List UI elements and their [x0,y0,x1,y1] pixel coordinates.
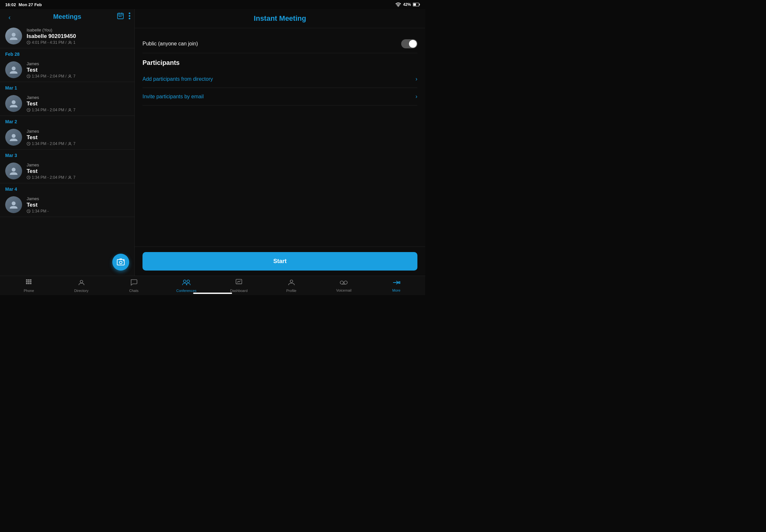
add-from-directory-label: Add participants from directory [142,76,213,82]
meeting-meta: 4:01 PM - 4:31 PM / 1 [27,40,129,45]
panel-title: Instant Meeting [254,14,306,22]
meeting-meta: 1:34 PM - 2:04 PM / 7 [27,141,129,146]
phone-icon [25,279,32,288]
meeting-organizer: James [27,196,129,201]
meeting-item[interactable]: James Test 1:34 PM - 2:04 PM / 7 [0,58,134,82]
meeting-info: Isabelle (You) Isabelle 902019450 4:01 P… [27,28,129,45]
meeting-item[interactable]: James Test 1:34 PM - [0,193,134,217]
chevron-right-icon: › [416,76,418,82]
meeting-info: James Test 1:34 PM - 2:04 PM / 7 [27,61,129,79]
add-from-directory-row[interactable]: Add participants from directory › [142,70,418,88]
meeting-organizer: James [27,95,129,100]
tab-voicemail[interactable]: Voicemail [318,277,370,294]
svg-point-16 [12,67,16,70]
profile-label: Profile [286,289,296,293]
tab-profile[interactable]: Profile [265,277,318,295]
right-panel: Instant Meeting Public (anyone can join)… [135,9,425,276]
svg-rect-8 [119,16,120,17]
meeting-item[interactable]: Isabelle (You) Isabelle 902019450 4:01 P… [0,24,134,48]
tab-conferences[interactable]: Conferences [160,277,213,295]
meeting-title: Test [27,168,129,175]
avatar [5,196,22,213]
meeting-title: Isabelle 902019450 [27,33,129,40]
svg-point-24 [69,142,70,144]
toggle-knob [409,40,417,48]
voicemail-label: Voicemail [336,288,351,292]
meeting-title: Test [27,67,129,73]
svg-point-12 [129,18,130,19]
svg-rect-32 [119,259,122,260]
more-dots-icon[interactable] [128,12,130,21]
meeting-title: Test [27,134,129,141]
svg-point-25 [12,168,16,172]
tab-more[interactable]: More [370,277,423,294]
tab-phone[interactable]: Phone [3,277,55,295]
date-label: Mar 1 [0,82,134,92]
meeting-info: James Test 1:34 PM - 2:04 PM / 7 [27,95,129,112]
svg-point-27 [69,176,70,177]
date-display: Mon 27 Feb [18,2,42,7]
svg-point-10 [129,13,130,14]
start-button[interactable]: Start [142,252,418,271]
meetings-title: Meetings [53,13,81,20]
public-row: Public (anyone can join) [142,35,418,53]
battery-display: 42% [403,2,411,7]
start-button-area: Start [135,247,425,276]
meeting-info: James Test 1:34 PM - 2:04 PM / 7 [27,129,129,146]
meeting-organizer: James [27,61,129,66]
svg-rect-37 [30,279,31,281]
chats-label: Chats [129,289,139,293]
tab-directory[interactable]: Directory [55,277,108,295]
date-label: Mar 2 [0,116,134,126]
date-label: Mar 3 [0,150,134,159]
svg-point-15 [69,41,70,42]
meeting-info: James Test 1:34 PM - 2:04 PM / 7 [27,163,129,180]
svg-point-28 [12,201,16,205]
date-label: Feb 28 [0,48,134,58]
tab-dashboard[interactable]: Dashboard [213,277,265,295]
phone-label: Phone [24,289,34,293]
more-label: More [393,288,401,292]
svg-point-11 [129,15,130,17]
svg-rect-35 [26,279,28,281]
svg-point-50 [340,281,343,284]
svg-point-31 [119,261,122,264]
svg-point-51 [344,281,347,284]
meeting-title: Test [27,202,129,208]
chevron-right-icon: › [416,93,418,100]
svg-point-44 [80,280,83,283]
svg-point-0 [398,6,399,7]
meeting-organizer: James [27,163,129,167]
more-icon [392,279,401,287]
wifi-icon [395,2,401,7]
meeting-meta: 1:34 PM - [27,209,129,213]
left-panel: Meetings [0,9,135,276]
chats-icon [130,279,137,288]
svg-rect-38 [26,281,28,283]
status-bar: 16:02 Mon 27 Feb 42% [0,0,425,9]
svg-point-18 [69,75,70,76]
panel-header: Instant Meeting [135,9,425,28]
avatar [5,163,22,179]
back-button[interactable]: ‹ [8,14,11,21]
svg-rect-36 [28,279,30,281]
invite-by-email-row[interactable]: Invite participants by email › [142,88,418,105]
calendar-icon[interactable] [117,12,124,21]
meeting-item[interactable]: James Test 1:34 PM - 2:04 PM / 7 [0,126,134,150]
meeting-item[interactable]: James Test 1:34 PM - 2:04 PM / 7 [0,92,134,116]
public-toggle[interactable] [401,39,418,48]
add-image-button[interactable] [112,254,129,271]
meeting-info: James Test 1:34 PM - [27,196,129,213]
svg-rect-42 [28,283,30,284]
meeting-title: Test [27,101,129,107]
tab-chats[interactable]: Chats [108,277,160,295]
svg-rect-39 [28,281,30,283]
meeting-meta: 1:34 PM - 2:04 PM / 7 [27,74,129,79]
meeting-item[interactable]: James Test 1:34 PM - 2:04 PM / 7 [0,159,134,183]
svg-point-22 [12,134,16,138]
svg-rect-41 [26,283,28,284]
participants-heading: Participants [142,53,418,70]
time-display: 16:02 [5,2,16,7]
meeting-organizer: James [27,129,129,134]
date-label: Mar 4 [0,183,134,193]
